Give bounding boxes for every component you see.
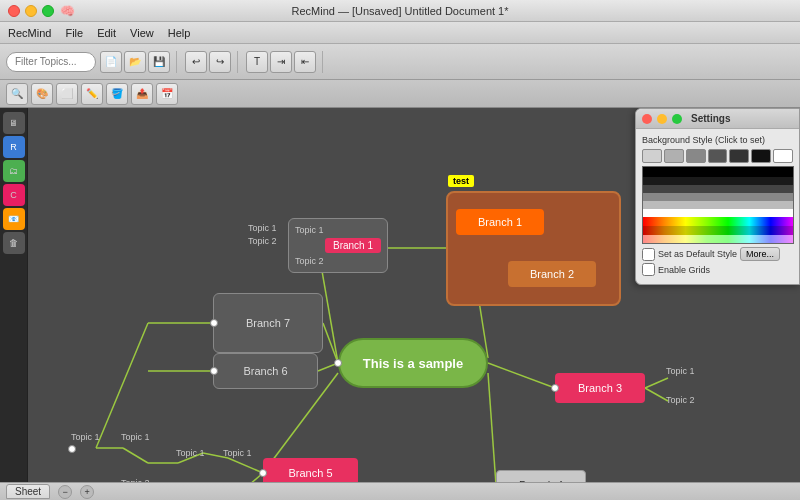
svg-line-3: [488, 363, 555, 388]
default-style-label: Set as Default Style: [658, 249, 737, 259]
text-button[interactable]: T: [246, 51, 268, 73]
indent-button[interactable]: ⇥: [270, 51, 292, 73]
menu-view[interactable]: View: [130, 27, 154, 39]
sidebar-icon-2[interactable]: 🗂: [3, 160, 25, 182]
svg-rect-23: [643, 177, 794, 185]
svg-rect-29: [643, 226, 794, 235]
svg-line-15: [645, 378, 668, 388]
svg-rect-24: [643, 185, 794, 193]
branch1-node[interactable]: Branch 1: [456, 209, 544, 235]
more-button[interactable]: More...: [740, 247, 780, 261]
swatch-gray2[interactable]: [664, 149, 684, 163]
search-input[interactable]: [6, 52, 96, 72]
enable-grids-checkbox[interactable]: [642, 263, 655, 276]
conn-dot-left: [68, 445, 76, 453]
export-button[interactable]: 📤: [131, 83, 153, 105]
window-controls[interactable]: [8, 5, 54, 17]
checkbox-default-style: Set as Default Style More...: [642, 247, 793, 261]
svg-rect-28: [643, 217, 794, 226]
app-icon: 🧠: [60, 4, 75, 18]
settings-title-bar: Settings: [636, 109, 799, 129]
svg-line-18: [228, 473, 263, 482]
branch5-node[interactable]: Branch 5: [263, 458, 358, 482]
settings-panel: Settings Background Style (Click to set): [635, 108, 800, 285]
maximize-button[interactable]: [42, 5, 54, 17]
sidebar-icon-finder[interactable]: 🖥: [3, 112, 25, 134]
branch2-node[interactable]: Branch 2: [508, 261, 596, 287]
branch1-label[interactable]: Branch 1: [325, 238, 381, 253]
svg-rect-22: [643, 167, 794, 177]
topic-label-r2: Topic 2: [666, 395, 695, 405]
outdent-button[interactable]: ⇤: [294, 51, 316, 73]
settings-maximize[interactable]: [672, 114, 682, 124]
branch6-node[interactable]: Branch 6: [213, 353, 318, 389]
swatch-gray5[interactable]: [729, 149, 749, 163]
branch1-top-node[interactable]: Topic 1 Branch 1 Topic 2: [288, 218, 388, 273]
palette-svg: [643, 167, 794, 244]
branch-container: test Branch 1 Branch 2: [446, 191, 621, 306]
swatch-white[interactable]: [773, 149, 793, 163]
default-style-checkbox[interactable]: [642, 248, 655, 261]
topic-label-1a: Topic 1: [248, 223, 277, 233]
topic-label-left5: Topic 1: [223, 448, 252, 458]
shape-button[interactable]: ⬜: [56, 83, 78, 105]
sidebar-icon-5[interactable]: 🗑: [3, 232, 25, 254]
menu-edit[interactable]: Edit: [97, 27, 116, 39]
branch6-label: Branch 6: [243, 365, 287, 377]
central-node-label: This is a sample: [363, 356, 463, 371]
conn-dot-b5: [259, 469, 267, 477]
undo-button[interactable]: ↩: [185, 51, 207, 73]
color-palette[interactable]: [642, 166, 794, 244]
new-button[interactable]: 📄: [100, 51, 122, 73]
svg-rect-25: [643, 193, 794, 201]
line-button[interactable]: ✏️: [81, 83, 103, 105]
topic-label-left3: Topic 2: [121, 478, 150, 482]
sheet-tab[interactable]: Sheet: [6, 484, 50, 499]
prev-sheet-button[interactable]: −: [58, 485, 72, 499]
calendar-button[interactable]: 📅: [156, 83, 178, 105]
swatch-gray1[interactable]: [642, 149, 662, 163]
test-label: test: [448, 175, 474, 187]
menu-recmind[interactable]: RecMind: [8, 27, 51, 39]
sidebar-icon-1[interactable]: R: [3, 136, 25, 158]
swatch-row-gray: [642, 149, 793, 163]
toolbar2: 🔍 🎨 ⬜ ✏️ 🪣 📤 📅: [0, 80, 800, 108]
branch7-node[interactable]: Branch 7: [213, 293, 323, 353]
main-area: 🖥 R 🗂 C 📧 🗑: [0, 108, 800, 482]
canvas-area[interactable]: Topic 1 Topic 2 Topic 1 Branch 1 Topic 2…: [28, 108, 800, 482]
menu-file[interactable]: File: [65, 27, 83, 39]
svg-line-5: [488, 373, 496, 482]
svg-line-8: [96, 323, 148, 448]
settings-minimize[interactable]: [657, 114, 667, 124]
fill-button[interactable]: 🪣: [106, 83, 128, 105]
topic-label-r1: Topic 1: [666, 366, 695, 376]
redo-button[interactable]: ↪: [209, 51, 231, 73]
sidebar-icon-4[interactable]: 📧: [3, 208, 25, 230]
swatch-gray4[interactable]: [708, 149, 728, 163]
central-node[interactable]: This is a sample: [338, 338, 488, 388]
open-button[interactable]: 📂: [124, 51, 146, 73]
swatch-gray3[interactable]: [686, 149, 706, 163]
svg-rect-27: [643, 209, 794, 217]
save-button[interactable]: 💾: [148, 51, 170, 73]
toolbar: 📄 📂 💾 ↩ ↪ T ⇥ ⇤: [0, 44, 800, 80]
close-button[interactable]: [8, 5, 20, 17]
menu-bar: RecMind File Edit View Help: [0, 22, 800, 44]
topic-label-left2: Topic 1: [121, 432, 150, 442]
branch4-label: Branch 4: [519, 479, 563, 482]
settings-section-label: Background Style (Click to set): [642, 135, 793, 145]
bottom-bar: Sheet − +: [0, 482, 800, 500]
branch4-node[interactable]: Branch 4: [496, 470, 586, 482]
color-button[interactable]: 🎨: [31, 83, 53, 105]
next-sheet-button[interactable]: +: [80, 485, 94, 499]
menu-help[interactable]: Help: [168, 27, 191, 39]
conn-dot-b6: [210, 367, 218, 375]
zoom-button[interactable]: 🔍: [6, 83, 28, 105]
topic-label-left1: Topic 1: [71, 432, 100, 442]
settings-close[interactable]: [642, 114, 652, 124]
svg-line-10: [123, 448, 148, 463]
sidebar-icon-3[interactable]: C: [3, 184, 25, 206]
swatch-black[interactable]: [751, 149, 771, 163]
branch3-node[interactable]: Branch 3: [555, 373, 645, 403]
minimize-button[interactable]: [25, 5, 37, 17]
